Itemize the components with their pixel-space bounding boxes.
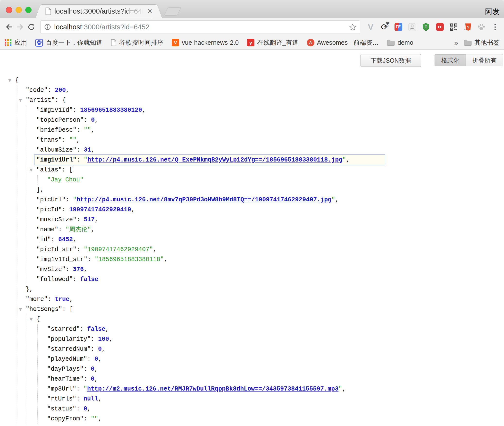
json-key: "dayPlays" <box>47 366 84 373</box>
vue-icon: V <box>172 39 179 46</box>
reload-button[interactable] <box>26 21 37 33</box>
json-key: "starredNum" <box>47 346 91 353</box>
qr-code-icon[interactable] <box>450 23 458 31</box>
bookmark-label: vue-hackernews-2.0 <box>182 39 239 46</box>
svg-text:T: T <box>425 25 427 29</box>
address-bar[interactable]: localhost:3000/artists?id=6452 <box>40 20 360 34</box>
page-info-icon[interactable] <box>44 23 51 31</box>
json-number-value: 0 <box>91 366 94 373</box>
json-line: "rtUrls": null, <box>0 394 504 404</box>
other-bookmarks-label: 其他书签 <box>474 38 500 47</box>
json-close-bracket: ], <box>36 186 44 193</box>
bookmark-label: Awesomes - 前端资… <box>317 38 379 47</box>
json-line: "starredNum": 0, <box>0 344 504 354</box>
json-string-value: "" <box>69 136 76 144</box>
bookmark-label: 谷歌按时间排序 <box>119 38 163 47</box>
collapse-arrow-icon[interactable]: ▼ <box>30 314 33 324</box>
bookmarks-overflow-chevron[interactable]: » <box>454 39 458 46</box>
json-line: "more": true, <box>0 294 504 304</box>
json-line: "code": 200, <box>0 85 504 95</box>
titlebar: localhost:3000/artists?id=645 ✕ 阿发 <box>0 0 504 18</box>
folder-icon <box>464 39 472 46</box>
collapse-arrow-icon[interactable]: ▼ <box>19 304 22 314</box>
json-key: "popularity" <box>47 336 91 343</box>
forward-button[interactable] <box>15 21 26 33</box>
json-key: "topicPerson" <box>36 117 84 124</box>
toolbar: localhost:3000/artists?id=6452 V ⟳英 FE T… <box>0 18 504 36</box>
json-url-link[interactable]: http://p4.music.126.net/8mv7qP30Pd3oHW8b… <box>76 196 331 203</box>
json-key: "starred" <box>47 326 80 333</box>
json-key: "albumSize" <box>36 146 76 153</box>
back-button[interactable] <box>3 21 15 33</box>
bookmark-awesomes[interactable]: A Awesomes - 前端资… <box>307 38 379 47</box>
json-line: "topicPerson": 0, <box>0 115 504 125</box>
json-line: "picId": 19097417462929410, <box>0 205 504 215</box>
json-number-value: 31 <box>84 146 91 153</box>
json-line: ▼"artist": { <box>0 95 504 105</box>
json-number-value: 0 <box>84 405 87 412</box>
menu-icon[interactable] <box>491 23 499 31</box>
vue-devtools-icon[interactable]: V <box>367 23 375 31</box>
bookmark-apps[interactable]: 应用 <box>4 38 27 47</box>
json-key: "trans" <box>36 136 62 144</box>
format-button[interactable]: 格式化 <box>435 54 466 66</box>
html5-icon[interactable]: 5 <box>463 23 471 31</box>
tree-guide-line <box>37 175 38 185</box>
json-line: "playedNum": 0, <box>0 354 504 364</box>
bookmark-google-sort[interactable]: 谷歌按时间排序 <box>111 38 163 47</box>
json-key: "img1v1Id_str" <box>36 256 87 263</box>
other-bookmarks-folder[interactable]: 其他书签 <box>464 38 500 47</box>
bookmark-demo-folder[interactable]: demo <box>387 39 413 46</box>
collapse-arrow-icon[interactable]: ▼ <box>30 165 33 175</box>
fast-forward-icon[interactable] <box>436 23 444 31</box>
json-open-bracket: { <box>15 77 19 84</box>
json-number-value: 19097417462929410 <box>69 206 131 213</box>
awesomes-icon: A <box>307 39 314 46</box>
json-null-value: null <box>84 395 98 402</box>
url-text[interactable]: localhost:3000/artists?id=6452 <box>54 23 349 31</box>
json-number-value: 0 <box>94 356 98 363</box>
json-line: ], <box>0 185 504 195</box>
bookmark-vue-hackernews[interactable]: V vue-hackernews-2.0 <box>172 39 239 46</box>
download-json-button[interactable]: 下载JSON数据 <box>361 54 421 67</box>
collapse-all-button[interactable]: 折叠所有 <box>466 54 503 66</box>
json-line: "hearTime": 0, <box>0 374 504 384</box>
tab-close-icon[interactable]: ✕ <box>147 8 152 15</box>
browser-tab[interactable]: localhost:3000/artists?id=645 ✕ <box>43 4 155 18</box>
bookmark-star-icon[interactable] <box>349 23 357 31</box>
browser-window: localhost:3000/artists?id=645 ✕ 阿发 local… <box>0 0 504 426</box>
minimize-window-button[interactable] <box>16 7 22 13</box>
fe-icon[interactable]: FE <box>394 23 402 31</box>
json-key: "hotSongs" <box>26 306 62 313</box>
collapse-arrow-icon[interactable]: ▼ <box>19 95 22 105</box>
json-string-value: "周杰伦" <box>66 226 91 233</box>
person-icon[interactable] <box>408 23 416 31</box>
json-line: "img1v1Id": 18569651883380120, <box>0 105 504 115</box>
youdao-icon: y <box>247 39 254 46</box>
json-line: "mvSize": 376, <box>0 264 504 274</box>
paw-icon[interactable] <box>477 23 485 31</box>
bookmark-baidu[interactable]: 百度一下，你就知道 <box>35 38 102 47</box>
json-line: "copyFrom": "", <box>0 414 504 424</box>
json-open-bracket: { <box>62 97 66 104</box>
json-string-value: "18569651883380118" <box>95 256 164 263</box>
bookmark-youdao[interactable]: y 在线翻译_有道 <box>247 38 298 47</box>
page-content: 下载JSON数据 格式化 折叠所有 ▼{"code": 200,▼"artist… <box>0 50 504 426</box>
json-url-link[interactable]: http://p4.music.126.net/Q_ExePNkmqB2yWyL… <box>87 156 342 163</box>
fullscreen-window-button[interactable] <box>25 7 32 13</box>
json-number-value: 200 <box>55 87 66 94</box>
json-url-link[interactable]: http://m2.music.126.net/RMJR7wDullRqppBk… <box>87 385 338 392</box>
new-tab-button[interactable] <box>164 7 181 16</box>
json-string-value: "19097417462929407" <box>84 246 153 253</box>
json-line: "Jay Chou" <box>0 175 504 185</box>
close-window-button[interactable] <box>6 7 12 13</box>
json-string-value: "" <box>91 415 98 422</box>
json-key: "copyFrom" <box>47 415 84 422</box>
json-line: "musicSize": 517, <box>0 215 504 225</box>
profile-name[interactable]: 阿发 <box>485 7 500 17</box>
collapse-arrow-icon[interactable]: ▼ <box>8 75 11 85</box>
bookmark-label: 在线翻译_有道 <box>257 38 298 47</box>
translate-icon[interactable]: ⟳英 <box>380 23 388 31</box>
json-line: ▼"alias": [ <box>0 165 504 175</box>
shield-icon[interactable]: T <box>422 23 430 31</box>
